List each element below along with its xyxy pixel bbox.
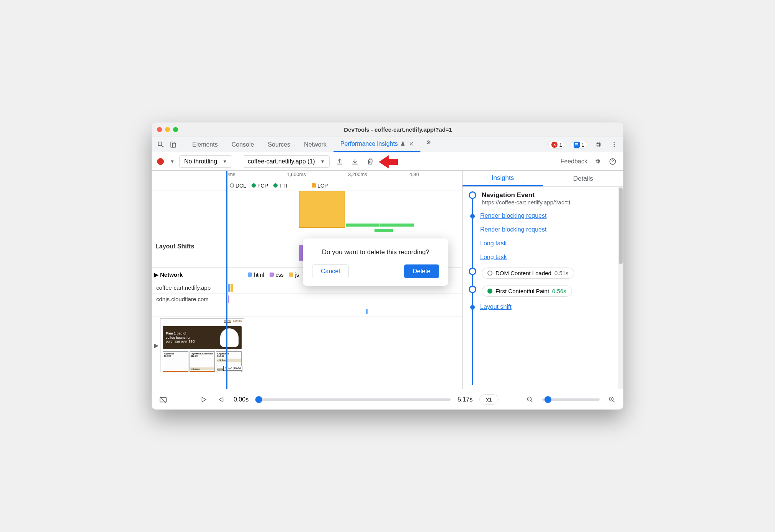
right-tabs: Insights Details [463,171,623,187]
issues-badge[interactable]: 1 [571,141,587,149]
rewind-icon[interactable] [216,394,227,405]
zoom-handle[interactable] [544,396,551,403]
confirm-delete-dialog: Do you want to delete this recording? Ca… [303,238,448,286]
insight-link-item[interactable]: Long task [467,254,617,261]
insight-link[interactable]: Layout shift [480,304,512,310]
zoom-out-icon[interactable] [525,394,535,405]
recording-value: coffee-cart.netlify.app (1) [248,158,315,165]
tab-insights[interactable]: Insights [463,171,543,186]
marker-lcp[interactable]: LCP [312,183,328,189]
errors-badge[interactable]: × 1 [548,141,565,149]
legend-css: css [270,272,284,278]
insight-dcl[interactable]: DOM Content Loaded 0.51s [467,268,617,279]
tab-details[interactable]: Details [543,171,623,186]
tab-sources[interactable]: Sources [261,137,297,152]
insight-link[interactable]: Render blocking request [480,212,546,219]
pill-label: First Contentful Paint [495,288,549,294]
net-bar[interactable] [366,309,368,314]
insights-list[interactable]: Navigation Event https://coffee-cart.net… [463,187,623,389]
playhead-line[interactable] [226,171,227,389]
pill-time: 0.56s [552,288,566,294]
layout-shift-block[interactable] [374,229,393,232]
network-row[interactable] [152,305,462,317]
maximize-window-button[interactable] [173,127,178,132]
network-legend: html css js [248,272,299,278]
blue-square-icon [248,273,252,277]
time-slider[interactable] [255,398,451,401]
insight-link[interactable]: Render blocking request [480,226,546,233]
legend-label: css [276,272,284,278]
legend-label: html [254,272,264,278]
insight-link-item[interactable]: Long task [467,240,617,247]
cancel-button[interactable]: Cancel [312,264,349,278]
insight-fcp[interactable]: First Contentful Paint 0.56s [467,286,617,297]
flame-chart[interactable] [152,191,462,229]
speed-control[interactable]: x1 [479,394,499,405]
time-ruler: 0ms 1,600ms 3,200ms 4,80 [152,171,462,180]
annotation-arrow-icon [380,154,399,169]
flame-block[interactable] [379,224,414,227]
network-row[interactable]: cdnjs.cloudflare.com [152,294,462,305]
dialog-message: Do you want to delete this recording? [312,248,439,256]
scrollbar[interactable] [618,187,623,389]
close-tab-icon[interactable]: × [409,140,414,148]
insight-pill: DOM Content Loaded 0.51s [482,268,574,279]
zoom-in-icon[interactable] [607,394,617,405]
download-icon[interactable] [350,156,360,167]
record-button[interactable] [157,158,164,165]
thumb-prod-price: $19.00 [217,355,240,357]
screenshot-thumb[interactable]: menu cart (0) Free 1 bag of coffee beans… [160,318,244,372]
thumb-cup-icon [220,328,239,347]
device-toolbar-icon[interactable] [168,139,178,150]
screenshot-toggle-icon[interactable] [158,394,168,405]
more-tabs-icon[interactable] [423,137,433,148]
play-icon[interactable] [198,394,209,405]
select-element-icon[interactable] [155,139,166,150]
performance-toolbar: ▼ No throttling ▼ coffee-cart.netlify.ap… [152,152,623,171]
filmstrip: ▶ menu cart (0) Free 1 bag of coffee bea… [152,317,462,374]
insight-link-item[interactable]: Render blocking request [467,226,617,233]
svg-point-7 [614,146,615,147]
time-start: 0.00s [234,396,249,403]
time-end: 5.17s [458,396,473,403]
throttling-select[interactable]: No throttling ▼ [179,155,232,168]
help-icon[interactable] [607,156,618,167]
kebab-menu-icon[interactable] [609,139,620,150]
devtools-tabs: Elements Console Sources Network Perform… [185,137,547,152]
tab-elements[interactable]: Elements [185,137,225,152]
slider-handle[interactable] [255,396,262,403]
tab-performance-insights[interactable]: Performance insights × [334,137,420,152]
chevron-down-icon: ▼ [320,159,325,164]
settings-icon[interactable] [593,139,603,150]
record-dropdown-icon[interactable]: ▼ [170,159,175,164]
scrollbar-thumb[interactable] [619,188,623,264]
expand-icon[interactable]: ▶ [154,342,159,349]
insight-pill: First Contentful Paint 0.56s [482,286,572,297]
flame-block[interactable] [299,191,345,228]
yellow-square-icon [289,273,293,277]
flame-block[interactable] [346,224,379,227]
feedback-link[interactable]: Feedback [561,158,587,165]
close-window-button[interactable] [157,127,162,132]
insight-link-item[interactable]: Render blocking request [467,212,617,219]
marker-dcl[interactable]: DCL [230,183,246,189]
tab-console[interactable]: Console [225,137,261,152]
recording-select[interactable]: coffee-cart.netlify.app (1) ▼ [243,155,330,168]
delete-icon[interactable] [365,156,376,167]
insight-link[interactable]: Long task [480,254,507,261]
minimize-window-button[interactable] [165,127,170,132]
timeline-marker-icon [469,268,476,275]
upload-icon[interactable] [334,156,345,167]
panel-settings-icon[interactable] [592,156,603,167]
delete-button[interactable]: Delete [404,264,439,278]
insight-link[interactable]: Long task [480,240,507,247]
net-bar[interactable] [228,284,230,292]
zoom-slider[interactable] [542,398,600,401]
net-bar[interactable] [228,295,229,303]
insight-navigation[interactable]: Navigation Event https://coffee-cart.net… [467,191,617,206]
net-bar[interactable] [231,284,233,292]
insight-link-item[interactable]: Layout shift [467,304,617,310]
marker-tti[interactable]: TTI [273,183,287,189]
marker-fcp[interactable]: FCP [252,183,268,189]
tab-network[interactable]: Network [297,137,334,152]
